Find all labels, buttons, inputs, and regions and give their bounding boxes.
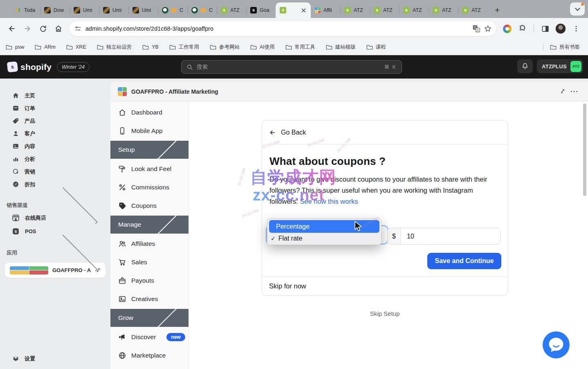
search-shortcut: ⌘ K: [384, 64, 397, 70]
app-nav-look-and-feel[interactable]: Look and Feel: [110, 160, 189, 178]
notifications-button[interactable]: [517, 59, 533, 73]
browser-tab-active[interactable]: [276, 2, 311, 18]
url-text[interactable]: admin.shopify.com/store/2d1c68-3/apps/go…: [85, 25, 472, 32]
chat-launcher-button[interactable]: [543, 331, 570, 358]
bookmark-folder[interactable]: YB: [142, 44, 159, 50]
home-button[interactable]: [52, 22, 65, 35]
bookmark-folder[interactable]: ARm: [35, 44, 56, 50]
new-tab-button[interactable]: +: [491, 4, 503, 16]
skip-for-now-button[interactable]: Skip for now: [262, 277, 507, 295]
percent-icon: [118, 183, 126, 191]
bookmark-folder[interactable]: 独立站运营: [97, 44, 132, 51]
payouts-icon: [118, 277, 126, 285]
app-title: GOAFFPRO - Affiliate Marketing: [131, 88, 556, 95]
app-nav-section-manage[interactable]: Manage: [110, 216, 189, 234]
browser-tab[interactable]: MToda: [11, 3, 40, 17]
tab-search-button[interactable]: [570, 2, 585, 16]
home-icon: [12, 92, 19, 99]
extensions-puzzle-icon[interactable]: [516, 22, 529, 35]
sidebar-item-pos[interactable]: s POS: [0, 225, 110, 238]
address-bar[interactable]: admin.shopify.com/store/2d1c68-3/apps/go…: [70, 21, 496, 36]
save-and-continue-button[interactable]: Save and Continue: [427, 253, 501, 269]
release-badge[interactable]: Winter '24: [57, 62, 90, 72]
side-panel-icon[interactable]: [539, 22, 552, 35]
app-nav-section-grow[interactable]: Grow: [110, 309, 189, 327]
bookmark-folder[interactable]: 课程: [366, 44, 386, 51]
all-bookmarks-folder[interactable]: 所有书签: [550, 44, 580, 51]
browser-menu-icon[interactable]: [570, 22, 583, 35]
tab-close-icon[interactable]: [300, 7, 307, 14]
app-nav-affiliates[interactable]: Affiliates: [110, 234, 189, 253]
browser-tab[interactable]: ATZ: [370, 3, 399, 17]
shopify-favicon: [462, 7, 469, 14]
browser-tab[interactable]: Affil: [311, 3, 340, 17]
bookmark-folder[interactable]: 常用工具: [285, 44, 315, 51]
sales-channels-section[interactable]: 销售渠道: [0, 200, 110, 211]
sidebar-item-marketing[interactable]: 营销: [0, 165, 110, 178]
tab-title: ATZ: [230, 7, 242, 13]
site-info-icon[interactable]: [74, 25, 81, 32]
browser-tab[interactable]: Umi: [99, 3, 128, 17]
sidebar-item-products[interactable]: 产品: [0, 115, 110, 127]
sidebar-item-content[interactable]: 内容: [0, 140, 110, 153]
bookmark-star-icon[interactable]: [484, 25, 492, 33]
browser-tab[interactable]: Umi: [70, 3, 99, 17]
app-nav-commissions[interactable]: Commissions: [110, 178, 189, 196]
skip-setup-link[interactable]: Skip Setup: [262, 310, 508, 317]
store-name: ATZPLUS: [542, 63, 567, 70]
sidebar-item-home[interactable]: 主页: [0, 89, 110, 102]
bookmark-folder[interactable]: XRE: [66, 44, 86, 50]
shopify-logo[interactable]: shopify: [7, 62, 52, 72]
app-nav-sales[interactable]: Sales: [110, 253, 189, 271]
folder-icon: [326, 44, 332, 50]
search-input[interactable]: [197, 64, 384, 70]
app-nav-dashboard[interactable]: Dashboard: [110, 103, 189, 122]
tab-title: Umi: [83, 7, 95, 13]
color-wheel-extension-icon[interactable]: [500, 22, 514, 35]
browser-tab[interactable]: ATZ: [399, 3, 429, 17]
browser-tab[interactable]: C: [187, 3, 217, 17]
browser-tab[interactable]: ATZ: [458, 3, 487, 17]
bookmark-folder[interactable]: psw: [6, 44, 24, 50]
bookmark-folder[interactable]: 参考网站: [210, 44, 240, 51]
browser-tab[interactable]: ATZ: [340, 3, 370, 17]
forward-button[interactable]: [21, 22, 34, 35]
browser-tab[interactable]: C: [158, 3, 187, 17]
check-icon: ✓: [271, 235, 276, 242]
sidebar-item-analytics[interactable]: 分析: [0, 153, 110, 165]
browser-tab[interactable]: Umi: [128, 3, 158, 17]
app-nav-payouts[interactable]: Payouts: [110, 271, 189, 290]
bookmark-folder[interactable]: 工作常用: [169, 44, 199, 51]
browser-tab[interactable]: Goa: [246, 3, 276, 17]
new-badge: new: [166, 333, 185, 341]
see-how-link[interactable]: See how this works: [300, 198, 358, 205]
discount-amount-input[interactable]: [401, 228, 500, 244]
sidebar-item-settings[interactable]: 设置: [0, 352, 110, 365]
translate-icon[interactable]: G文: [472, 25, 480, 33]
sidebar-item-orders[interactable]: 订单: [0, 102, 110, 115]
back-button[interactable]: [5, 22, 18, 35]
browser-tab[interactable]: ATZ: [217, 3, 246, 17]
profile-avatar[interactable]: [554, 22, 567, 35]
page-scrollbar[interactable]: [583, 104, 586, 196]
sidebar-item-customers[interactable]: 客户: [0, 127, 110, 140]
sidebar-item-discounts[interactable]: 折扣: [0, 178, 110, 191]
reload-button[interactable]: [36, 22, 49, 35]
app-nav-discover[interactable]: Discovernew: [110, 328, 189, 346]
dark-thumbnail-favicon: [103, 7, 110, 14]
dropdown-option-flat-rate[interactable]: ✓ Flat rate: [269, 233, 379, 244]
apps-section[interactable]: 应用: [0, 247, 110, 259]
account-menu[interactable]: ATZPLUS ATZ: [537, 59, 583, 73]
go-back-button[interactable]: Go Back: [262, 121, 507, 144]
app-more-menu[interactable]: ···: [568, 86, 581, 98]
bookmark-folder[interactable]: 建站模版: [326, 44, 356, 51]
pin-app-button[interactable]: [556, 86, 568, 98]
folder-icon: [250, 44, 257, 50]
admin-search-bar[interactable]: ⌘ K: [181, 60, 402, 74]
browser-tab[interactable]: Dow: [40, 3, 70, 17]
search-icon: [186, 64, 193, 70]
app-nav-section-setup[interactable]: Setup: [110, 141, 189, 159]
browser-tab[interactable]: ATZ: [429, 3, 458, 17]
app-nav-marketplace[interactable]: Marketplace: [110, 346, 189, 364]
bookmark-folder[interactable]: AI使用: [250, 44, 275, 51]
